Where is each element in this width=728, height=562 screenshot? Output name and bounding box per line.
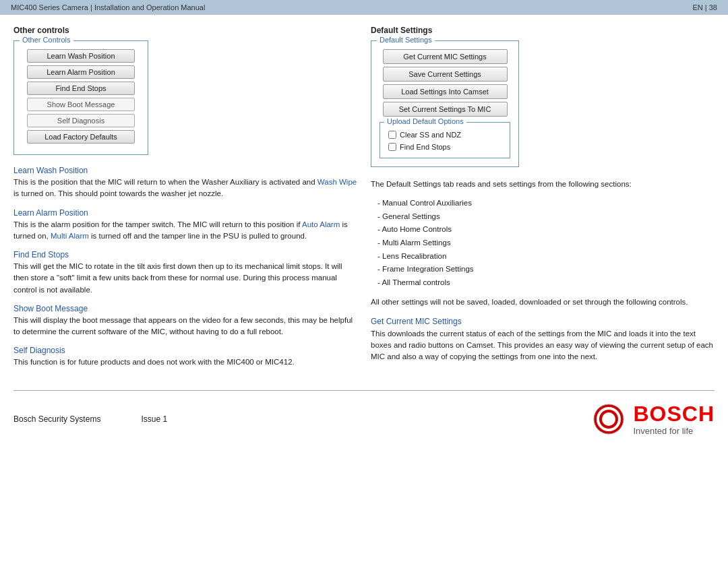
clear-ss-label: Clear SS and NDZ xyxy=(400,131,461,139)
bullet-item-2: - General Settings xyxy=(377,210,715,224)
footer-right: BOSCH Invented for life xyxy=(593,403,715,436)
upload-sub-title: Upload Default Options xyxy=(384,117,466,125)
left-section-title: Other controls xyxy=(13,26,357,35)
bosch-tagline: Invented for life xyxy=(633,426,693,436)
svg-point-3 xyxy=(602,412,615,426)
get-current-link[interactable]: Get Current MIC Settings xyxy=(371,317,715,326)
right-section-title: Default Settings xyxy=(371,26,715,35)
bullet-item-5: - Lens Recalibration xyxy=(377,250,715,263)
header-title: MIC400 Series Camera | Installation and … xyxy=(11,3,205,11)
footer-issue: Issue 1 xyxy=(141,414,167,424)
auto-alarm-link[interactable]: Auto Alarm xyxy=(302,220,340,228)
get-current-mic-btn[interactable]: Get Current MIC Settings xyxy=(383,49,508,64)
bullet-list: - Manual Control Auxiliaries - General S… xyxy=(377,197,715,289)
self-diag-text: This function is for future products and… xyxy=(13,358,295,366)
header-bar: MIC400 Series Camera | Installation and … xyxy=(0,0,728,15)
learn-wash-desc: Learn Wash Position This is the position… xyxy=(13,166,357,200)
load-factory-btn[interactable]: Load Factory Defaults xyxy=(27,130,135,144)
footer: Bosch Security Systems Issue 1 BOSCH Inv… xyxy=(0,398,728,443)
default-box-title: Default Settings xyxy=(377,36,435,44)
right-desc2: All other settings will not be saved, lo… xyxy=(371,296,715,308)
upload-options-box: Upload Default Options Clear SS and NDZ … xyxy=(380,122,510,158)
clear-ss-row: Clear SS and NDZ xyxy=(388,131,504,139)
bullet-item-4: - Multi Alarm Settings xyxy=(377,237,715,250)
controls-box-title: Other Controls xyxy=(20,36,73,44)
self-diag-desc: Self Diagnosis This function is for futu… xyxy=(13,346,357,368)
learn-wash-link[interactable]: Learn Wash Position xyxy=(13,166,357,175)
self-diag-link[interactable]: Self Diagnosis xyxy=(13,346,357,355)
load-settings-btn[interactable]: Load Settings Into Camset xyxy=(383,84,508,99)
find-end-stops-row: Find End Stops xyxy=(388,143,504,151)
wash-wipe-link[interactable]: Wash Wipe xyxy=(317,178,357,186)
get-current-desc: Get Current MIC Settings This downloads … xyxy=(371,317,715,363)
learn-alarm-link[interactable]: Learn Alarm Position xyxy=(13,208,357,218)
self-diagnosis-btn[interactable]: Self Diagnosis xyxy=(27,114,135,127)
show-boot-btn[interactable]: Show Boot Message xyxy=(27,98,135,111)
learn-alarm-text: This is the alarm position for the tampe… xyxy=(13,220,348,240)
page-divider xyxy=(13,390,715,391)
learn-wash-btn[interactable]: Learn Wash Position xyxy=(27,49,135,63)
show-boot-text: This will display the boot message that … xyxy=(13,316,353,336)
show-boot-link[interactable]: Show Boot Message xyxy=(13,304,357,313)
set-current-btn[interactable]: Set Current Settings To MIC xyxy=(383,102,508,117)
find-end-link[interactable]: Find End Stops xyxy=(13,250,357,259)
find-end-desc: Find End Stops This will get the MIC to … xyxy=(13,250,357,296)
get-current-text: This downloads the current status of eac… xyxy=(371,330,713,361)
learn-wash-text: This is the position that the MIC will r… xyxy=(13,178,357,197)
find-end-stops-label: Find End Stops xyxy=(400,143,450,151)
right-desc1: The Default Settings tab reads and sets … xyxy=(371,178,715,190)
footer-left: Bosch Security Systems Issue 1 xyxy=(13,414,167,424)
bullet-item-7: - All Thermal controls xyxy=(377,276,715,290)
other-controls-box: Other Controls Learn Wash Position Learn… xyxy=(13,40,148,155)
bosch-name: BOSCH xyxy=(633,403,715,425)
main-content: Other controls Other Controls Learn Wash… xyxy=(0,15,728,383)
footer-company: Bosch Security Systems xyxy=(13,414,100,424)
header-page: EN | 38 xyxy=(693,3,718,11)
multi-alarm-link[interactable]: Multi Alarm xyxy=(51,232,89,240)
right-column: Default Settings Default Settings Get Cu… xyxy=(371,26,715,377)
left-column: Other controls Other Controls Learn Wash… xyxy=(13,26,357,377)
find-end-stops-checkbox[interactable] xyxy=(388,143,396,151)
bullet-item-3: - Auto Home Controls xyxy=(377,223,715,237)
find-end-stops-btn[interactable]: Find End Stops xyxy=(27,82,135,95)
bullet-item-1: - Manual Control Auxiliaries xyxy=(377,197,715,210)
show-boot-desc: Show Boot Message This will display the … xyxy=(13,304,357,338)
bosch-brand: BOSCH Invented for life xyxy=(633,403,715,436)
default-settings-box: Default Settings Get Current MIC Setting… xyxy=(371,40,519,167)
bosch-logo-icon xyxy=(593,403,625,435)
bullet-item-6: - Frame Integration Settings xyxy=(377,263,715,276)
learn-alarm-desc: Learn Alarm Position This is the alarm p… xyxy=(13,208,357,243)
find-end-text: This will get the MIC to rotate in the t… xyxy=(13,262,342,294)
learn-alarm-btn[interactable]: Learn Alarm Position xyxy=(27,65,135,79)
save-current-btn[interactable]: Save Current Settings xyxy=(383,67,508,82)
clear-ss-checkbox[interactable] xyxy=(388,131,396,139)
